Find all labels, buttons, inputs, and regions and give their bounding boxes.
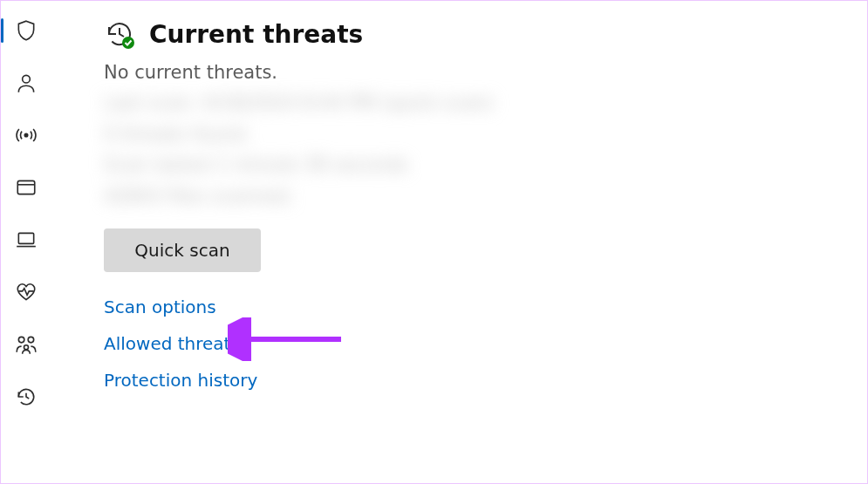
main-content: Current threats No current threats. Last… — [104, 18, 850, 391]
family-icon — [15, 333, 38, 356]
history-icon — [15, 385, 38, 408]
scan-details-blurred: Last scan: 4/18/2024 8:44 PM (quick scan… — [104, 88, 540, 213]
sidebar-item-app-browser[interactable] — [7, 168, 45, 207]
quick-scan-button[interactable]: Quick scan — [104, 228, 261, 272]
person-icon — [15, 72, 38, 94]
threat-status: No current threats. — [104, 62, 850, 83]
sidebar-item-history[interactable] — [7, 378, 45, 416]
sidebar-item-firewall[interactable] — [7, 116, 45, 154]
shield-icon — [15, 19, 38, 42]
laptop-icon — [15, 228, 38, 251]
sidebar-item-account[interactable] — [7, 64, 45, 102]
sidebar-item-family[interactable] — [7, 325, 45, 364]
sidebar-item-virus-threat[interactable] — [7, 11, 45, 50]
svg-point-0 — [23, 75, 31, 83]
scan-options-link[interactable]: Scan options — [104, 297, 216, 317]
svg-point-5 — [18, 337, 24, 343]
svg-point-6 — [28, 337, 33, 343]
sidebar-nav — [1, 1, 51, 483]
sidebar-item-device-security[interactable] — [7, 221, 45, 259]
links-group: Scan options Allowed threats Protection … — [104, 297, 850, 391]
allowed-threats-link[interactable]: Allowed threats — [104, 333, 240, 354]
antenna-icon — [15, 124, 38, 147]
window-icon — [15, 176, 38, 199]
svg-point-1 — [24, 133, 27, 136]
svg-rect-2 — [17, 181, 35, 194]
section-title: Current threats — [149, 20, 363, 49]
section-header: Current threats — [104, 18, 850, 50]
heart-pulse-icon — [15, 281, 38, 303]
protection-history-link[interactable]: Protection history — [104, 370, 257, 391]
svg-rect-4 — [18, 233, 33, 243]
history-check-icon — [104, 18, 135, 50]
svg-point-7 — [24, 345, 29, 350]
sidebar-item-performance[interactable] — [7, 273, 45, 311]
